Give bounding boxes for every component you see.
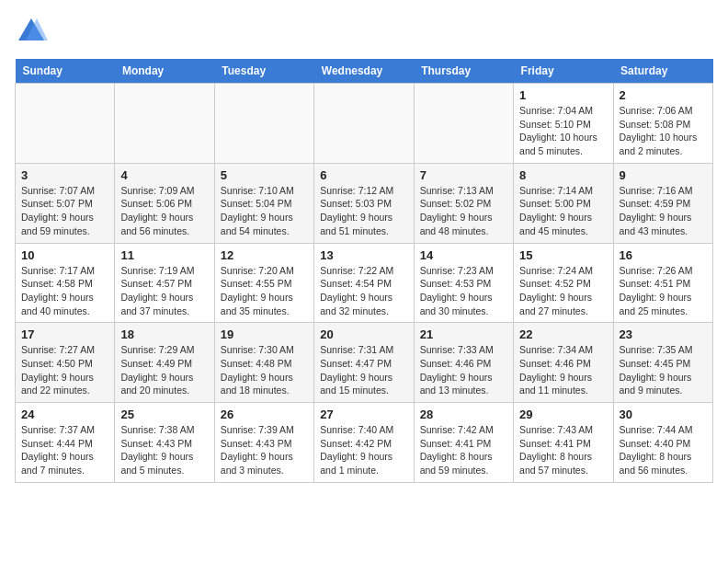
calendar-week-2: 3Sunrise: 7:07 AM Sunset: 5:07 PM Daylig… [16, 163, 713, 243]
calendar-cell [214, 84, 313, 164]
day-number: 20 [320, 327, 407, 341]
calendar-week-4: 17Sunrise: 7:27 AM Sunset: 4:50 PM Dayli… [16, 323, 713, 403]
calendar-cell: 23Sunrise: 7:35 AM Sunset: 4:45 PM Dayli… [613, 323, 712, 403]
day-info: Sunrise: 7:16 AM Sunset: 4:59 PM Dayligh… [620, 184, 707, 238]
day-number: 21 [420, 327, 507, 341]
calendar-cell: 10Sunrise: 7:17 AM Sunset: 4:58 PM Dayli… [16, 243, 115, 323]
day-info: Sunrise: 7:34 AM Sunset: 4:46 PM Dayligh… [519, 343, 607, 397]
day-info: Sunrise: 7:19 AM Sunset: 4:57 PM Dayligh… [120, 264, 208, 318]
calendar-cell [414, 84, 513, 164]
day-number: 25 [120, 408, 208, 421]
day-number: 18 [120, 327, 208, 341]
calendar-cell: 29Sunrise: 7:43 AM Sunset: 4:41 PM Dayli… [514, 403, 613, 483]
calendar-week-1: 1Sunrise: 7:04 AM Sunset: 5:10 PM Daylig… [16, 84, 713, 164]
day-info: Sunrise: 7:06 AM Sunset: 5:08 PM Dayligh… [620, 104, 707, 158]
calendar-cell: 9Sunrise: 7:16 AM Sunset: 4:59 PM Daylig… [613, 163, 712, 243]
calendar-week-5: 24Sunrise: 7:37 AM Sunset: 4:44 PM Dayli… [16, 403, 713, 483]
day-number: 22 [519, 327, 607, 341]
day-info: Sunrise: 7:44 AM Sunset: 4:40 PM Dayligh… [620, 423, 707, 477]
weekday-header-tuesday: Tuesday [214, 59, 313, 84]
calendar-cell [16, 84, 115, 164]
calendar-cell: 13Sunrise: 7:22 AM Sunset: 4:54 PM Dayli… [314, 243, 414, 323]
calendar-cell: 27Sunrise: 7:40 AM Sunset: 4:42 PM Dayli… [314, 403, 414, 483]
day-info: Sunrise: 7:38 AM Sunset: 4:43 PM Dayligh… [120, 423, 208, 477]
calendar-table: SundayMondayTuesdayWednesdayThursdayFrid… [15, 59, 713, 483]
calendar-cell: 16Sunrise: 7:26 AM Sunset: 4:51 PM Dayli… [613, 243, 712, 323]
calendar-cell: 11Sunrise: 7:19 AM Sunset: 4:57 PM Dayli… [115, 243, 214, 323]
calendar-cell: 24Sunrise: 7:37 AM Sunset: 4:44 PM Dayli… [16, 403, 115, 483]
day-info: Sunrise: 7:07 AM Sunset: 5:07 PM Dayligh… [21, 184, 108, 238]
calendar-cell: 22Sunrise: 7:34 AM Sunset: 4:46 PM Dayli… [514, 323, 613, 403]
calendar-cell: 30Sunrise: 7:44 AM Sunset: 4:40 PM Dayli… [613, 403, 712, 483]
day-number: 17 [21, 327, 108, 341]
day-info: Sunrise: 7:10 AM Sunset: 5:04 PM Dayligh… [221, 184, 308, 238]
day-info: Sunrise: 7:42 AM Sunset: 4:41 PM Dayligh… [420, 423, 507, 477]
day-info: Sunrise: 7:09 AM Sunset: 5:06 PM Dayligh… [120, 184, 208, 238]
calendar-cell: 7Sunrise: 7:13 AM Sunset: 5:02 PM Daylig… [414, 163, 513, 243]
calendar-cell [115, 84, 214, 164]
day-info: Sunrise: 7:20 AM Sunset: 4:55 PM Dayligh… [221, 264, 308, 318]
calendar-week-3: 10Sunrise: 7:17 AM Sunset: 4:58 PM Dayli… [16, 243, 713, 323]
weekday-header-wednesday: Wednesday [314, 59, 414, 84]
day-number: 2 [620, 88, 707, 102]
day-info: Sunrise: 7:40 AM Sunset: 4:42 PM Dayligh… [320, 423, 407, 477]
day-number: 8 [519, 168, 607, 182]
day-info: Sunrise: 7:39 AM Sunset: 4:43 PM Dayligh… [221, 423, 308, 477]
day-number: 13 [320, 248, 407, 262]
day-info: Sunrise: 7:14 AM Sunset: 5:00 PM Dayligh… [519, 184, 607, 238]
day-info: Sunrise: 7:12 AM Sunset: 5:03 PM Dayligh… [320, 184, 407, 238]
day-number: 9 [620, 168, 707, 182]
day-number: 6 [320, 168, 407, 182]
day-info: Sunrise: 7:24 AM Sunset: 4:52 PM Dayligh… [519, 264, 607, 318]
day-number: 30 [620, 408, 707, 421]
day-number: 4 [120, 168, 208, 182]
day-number: 26 [221, 408, 308, 421]
day-number: 16 [620, 248, 707, 262]
day-number: 3 [21, 168, 108, 182]
calendar-cell: 25Sunrise: 7:38 AM Sunset: 4:43 PM Dayli… [115, 403, 214, 483]
calendar-cell: 8Sunrise: 7:14 AM Sunset: 5:00 PM Daylig… [514, 163, 613, 243]
day-info: Sunrise: 7:29 AM Sunset: 4:49 PM Dayligh… [120, 343, 208, 397]
weekday-header-monday: Monday [115, 59, 214, 84]
calendar-body: 1Sunrise: 7:04 AM Sunset: 5:10 PM Daylig… [16, 84, 713, 483]
day-info: Sunrise: 7:31 AM Sunset: 4:47 PM Dayligh… [320, 343, 407, 397]
day-info: Sunrise: 7:13 AM Sunset: 5:02 PM Dayligh… [420, 184, 507, 238]
calendar-cell: 19Sunrise: 7:30 AM Sunset: 4:48 PM Dayli… [214, 323, 313, 403]
day-info: Sunrise: 7:43 AM Sunset: 4:41 PM Dayligh… [519, 423, 607, 477]
day-number: 14 [420, 248, 507, 262]
calendar-cell: 26Sunrise: 7:39 AM Sunset: 4:43 PM Dayli… [214, 403, 313, 483]
day-info: Sunrise: 7:17 AM Sunset: 4:58 PM Dayligh… [21, 264, 108, 318]
calendar-cell: 1Sunrise: 7:04 AM Sunset: 5:10 PM Daylig… [514, 84, 613, 164]
weekday-header-saturday: Saturday [613, 59, 712, 84]
day-number: 7 [420, 168, 507, 182]
calendar-cell: 4Sunrise: 7:09 AM Sunset: 5:06 PM Daylig… [115, 163, 214, 243]
calendar-cell: 28Sunrise: 7:42 AM Sunset: 4:41 PM Dayli… [414, 403, 513, 483]
day-info: Sunrise: 7:23 AM Sunset: 4:53 PM Dayligh… [420, 264, 507, 318]
day-number: 19 [221, 327, 308, 341]
day-info: Sunrise: 7:35 AM Sunset: 4:45 PM Dayligh… [620, 343, 707, 397]
day-info: Sunrise: 7:37 AM Sunset: 4:44 PM Dayligh… [21, 423, 108, 477]
logo [15, 15, 51, 48]
calendar-cell: 21Sunrise: 7:33 AM Sunset: 4:46 PM Dayli… [414, 323, 513, 403]
calendar-cell: 6Sunrise: 7:12 AM Sunset: 5:03 PM Daylig… [314, 163, 414, 243]
day-number: 15 [519, 248, 607, 262]
weekday-header-sunday: Sunday [16, 59, 115, 84]
calendar-cell: 17Sunrise: 7:27 AM Sunset: 4:50 PM Dayli… [16, 323, 115, 403]
day-number: 28 [420, 408, 507, 421]
day-number: 1 [519, 88, 607, 102]
day-number: 11 [120, 248, 208, 262]
day-info: Sunrise: 7:26 AM Sunset: 4:51 PM Dayligh… [620, 264, 707, 318]
calendar-cell: 14Sunrise: 7:23 AM Sunset: 4:53 PM Dayli… [414, 243, 513, 323]
weekday-header-friday: Friday [514, 59, 613, 84]
day-number: 5 [221, 168, 308, 182]
day-info: Sunrise: 7:04 AM Sunset: 5:10 PM Dayligh… [519, 104, 607, 158]
day-info: Sunrise: 7:30 AM Sunset: 4:48 PM Dayligh… [221, 343, 308, 397]
calendar-cell: 20Sunrise: 7:31 AM Sunset: 4:47 PM Dayli… [314, 323, 414, 403]
calendar-cell: 3Sunrise: 7:07 AM Sunset: 5:07 PM Daylig… [16, 163, 115, 243]
calendar-cell: 5Sunrise: 7:10 AM Sunset: 5:04 PM Daylig… [214, 163, 313, 243]
day-info: Sunrise: 7:27 AM Sunset: 4:50 PM Dayligh… [21, 343, 108, 397]
calendar-cell: 18Sunrise: 7:29 AM Sunset: 4:49 PM Dayli… [115, 323, 214, 403]
day-number: 27 [320, 408, 407, 421]
day-number: 12 [221, 248, 308, 262]
day-number: 24 [21, 408, 108, 421]
